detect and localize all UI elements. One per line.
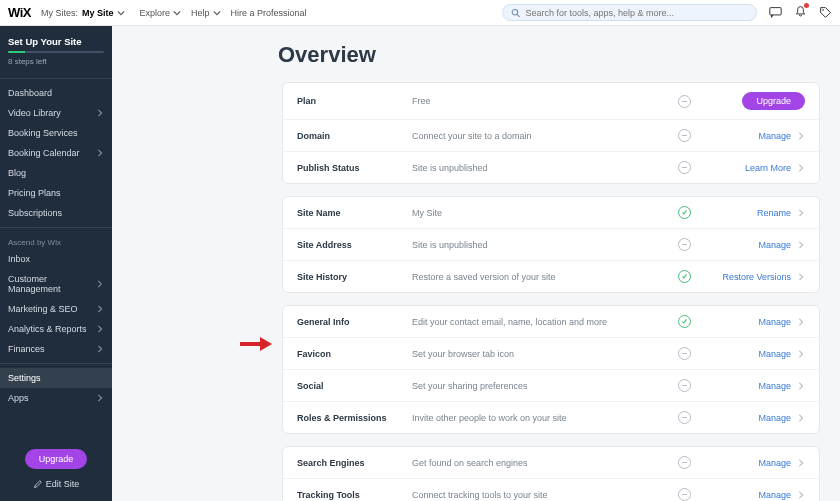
notification-dot xyxy=(804,3,809,8)
upgrade-button[interactable]: Upgrade xyxy=(25,449,88,469)
settings-row: Tracking ToolsConnect tracking tools to … xyxy=(283,479,819,501)
chevron-right-icon xyxy=(797,414,805,422)
svg-point-3 xyxy=(822,9,824,11)
row-status xyxy=(673,206,695,219)
row-status xyxy=(673,379,695,392)
search-input[interactable] xyxy=(525,8,748,18)
settings-card: Site NameMy SiteRenameSite AddressSite i… xyxy=(282,196,820,293)
chevron-right-icon xyxy=(96,109,104,117)
chevron-right-icon xyxy=(797,273,805,281)
status-check-icon xyxy=(678,270,691,283)
wix-logo: WiX xyxy=(8,5,31,20)
chevron-right-icon xyxy=(797,164,805,172)
sidebar-item-label: Settings xyxy=(8,373,41,383)
row-value: Edit your contact email, name, location … xyxy=(412,317,673,327)
sidebar-item[interactable]: Pricing Plans xyxy=(0,183,112,203)
site-picker-name: My Site xyxy=(82,8,114,18)
sidebar-item-label: Pricing Plans xyxy=(8,188,61,198)
sidebar-item-label: Customer Management xyxy=(8,274,96,294)
chevron-right-icon xyxy=(797,132,805,140)
row-value: Site is unpublished xyxy=(412,240,673,250)
sidebar-item-label: Marketing & SEO xyxy=(8,304,78,314)
setup-title: Set Up Your Site xyxy=(8,36,104,47)
row-status xyxy=(673,95,695,108)
sidebar-item-label: Booking Services xyxy=(8,128,78,138)
sidebar-item[interactable]: Blog xyxy=(0,163,112,183)
notifications-button[interactable] xyxy=(794,5,807,20)
row-action-link[interactable]: Rename xyxy=(757,208,791,218)
chevron-right-icon xyxy=(797,209,805,217)
sidebar-item[interactable]: Analytics & Reports xyxy=(0,319,112,339)
settings-row: FaviconSet your browser tab iconManage xyxy=(283,338,819,370)
chevron-down-icon xyxy=(213,9,221,17)
chevron-right-icon xyxy=(797,382,805,390)
row-action: Upgrade xyxy=(695,92,805,110)
sidebar-item[interactable]: Marketing & SEO xyxy=(0,299,112,319)
chevron-right-icon xyxy=(96,345,104,353)
sidebar-item[interactable]: Customer Management xyxy=(0,269,112,299)
page-title: Overview xyxy=(278,42,820,68)
row-action: Manage xyxy=(695,349,805,359)
sidebar-item-label: Dashboard xyxy=(8,88,52,98)
chevron-right-icon xyxy=(96,280,104,288)
row-label: Plan xyxy=(297,96,412,106)
chevron-right-icon xyxy=(797,350,805,358)
sidebar-item-label: Apps xyxy=(8,393,29,403)
row-status xyxy=(673,347,695,360)
explore-menu[interactable]: Explore xyxy=(139,8,181,18)
row-action: Rename xyxy=(695,208,805,218)
row-value: Set your browser tab icon xyxy=(412,349,673,359)
hire-pro-link[interactable]: Hire a Professional xyxy=(231,8,307,18)
settings-row: DomainConnect your site to a domainManag… xyxy=(283,120,819,152)
sidebar-item[interactable]: Video Library xyxy=(0,103,112,123)
row-action-link[interactable]: Manage xyxy=(758,317,791,327)
sidebar-item[interactable]: Finances xyxy=(0,339,112,359)
sidebar-item[interactable]: Inbox xyxy=(0,249,112,269)
status-dash-icon xyxy=(678,488,691,501)
sidebar-item[interactable]: Booking Calendar xyxy=(0,143,112,163)
site-picker[interactable]: My Sites: My Site xyxy=(41,8,126,18)
row-status xyxy=(673,315,695,328)
settings-row: Roles & PermissionsInvite other people t… xyxy=(283,402,819,433)
row-action-link[interactable]: Restore Versions xyxy=(722,272,791,282)
sidebar-item[interactable]: Dashboard xyxy=(0,83,112,103)
tag-icon[interactable] xyxy=(819,6,832,19)
site-picker-prefix: My Sites: xyxy=(41,8,78,18)
row-action: Manage xyxy=(695,131,805,141)
chevron-down-icon xyxy=(117,9,125,17)
row-value: Site is unpublished xyxy=(412,163,673,173)
edit-site-link[interactable]: Edit Site xyxy=(33,479,80,489)
sidebar-item[interactable]: Booking Services xyxy=(0,123,112,143)
row-action-link[interactable]: Manage xyxy=(758,381,791,391)
row-action-link[interactable]: Manage xyxy=(758,458,791,468)
status-dash-icon xyxy=(678,238,691,251)
sidebar-item[interactable]: Subscriptions xyxy=(0,203,112,223)
svg-line-1 xyxy=(517,14,519,16)
row-action-link[interactable]: Manage xyxy=(758,490,791,500)
row-status xyxy=(673,270,695,283)
status-dash-icon xyxy=(678,129,691,142)
row-status xyxy=(673,411,695,424)
setup-progress-bar xyxy=(8,51,104,53)
row-action-link[interactable]: Manage xyxy=(758,413,791,423)
search-box[interactable] xyxy=(502,4,757,21)
row-status xyxy=(673,456,695,469)
chevron-right-icon xyxy=(797,459,805,467)
chat-icon[interactable] xyxy=(769,6,782,19)
topbar-icons xyxy=(769,5,832,20)
row-action-link[interactable]: Manage xyxy=(758,131,791,141)
row-action-link[interactable]: Manage xyxy=(758,240,791,250)
sidebar-item[interactable]: Apps xyxy=(0,388,112,408)
chevron-right-icon xyxy=(96,149,104,157)
upgrade-pill-button[interactable]: Upgrade xyxy=(742,92,805,110)
row-action: Manage xyxy=(695,317,805,327)
sidebar-item-label: Inbox xyxy=(8,254,30,264)
row-action: Manage xyxy=(695,381,805,391)
row-action-link[interactable]: Learn More xyxy=(745,163,791,173)
ascend-heading: Ascend by Wix xyxy=(0,232,112,249)
setup-progress[interactable]: Set Up Your Site 8 steps left xyxy=(0,26,112,74)
sidebar-item[interactable]: Settings xyxy=(0,368,112,388)
row-action-link[interactable]: Manage xyxy=(758,349,791,359)
row-value: Connect your site to a domain xyxy=(412,131,673,141)
help-menu[interactable]: Help xyxy=(191,8,221,18)
